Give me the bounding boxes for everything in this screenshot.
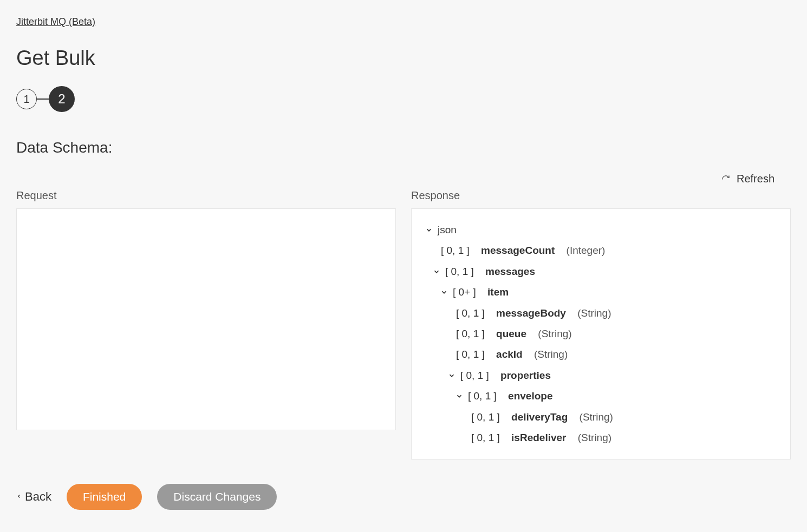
- field-type: (String): [578, 430, 611, 446]
- back-label: Back: [25, 490, 51, 504]
- page-title: Get Bulk: [16, 47, 791, 70]
- cardinality: [ 0, 1 ]: [471, 430, 500, 446]
- step-connector: [37, 98, 49, 100]
- discard-button[interactable]: Discard Changes: [157, 484, 277, 510]
- chevron-down-icon[interactable]: [425, 226, 433, 234]
- back-button[interactable]: Back: [16, 490, 51, 504]
- refresh-button[interactable]: Refresh: [737, 173, 775, 185]
- response-label: Response: [411, 189, 791, 202]
- field-ackId[interactable]: ackId: [496, 346, 523, 363]
- field-deliveryTag[interactable]: deliveryTag: [511, 409, 568, 425]
- cardinality: [ 0, 1 ]: [445, 264, 474, 280]
- field-properties[interactable]: properties: [500, 367, 551, 384]
- chevron-left-icon: [16, 490, 22, 504]
- refresh-icon[interactable]: [721, 173, 730, 185]
- field-messages[interactable]: messages: [485, 264, 535, 280]
- field-type: (String): [580, 409, 613, 425]
- field-item[interactable]: item: [487, 284, 509, 300]
- field-envelope[interactable]: envelope: [508, 388, 552, 404]
- cardinality: [ 0, 1 ]: [471, 409, 500, 425]
- breadcrumb[interactable]: Jitterbit MQ (Beta): [16, 16, 95, 27]
- field-isRedeliver[interactable]: isRedeliver: [511, 430, 566, 446]
- field-type: (String): [577, 305, 611, 321]
- field-type: (String): [538, 326, 571, 342]
- cardinality: [ 0, 1 ]: [460, 367, 489, 384]
- field-type: (Integer): [567, 242, 606, 259]
- stepper: 1 2: [16, 86, 791, 112]
- cardinality: [ 0, 1 ]: [441, 242, 470, 259]
- field-queue[interactable]: queue: [496, 326, 526, 342]
- cardinality: [ 0, 1 ]: [456, 305, 485, 321]
- cardinality: [ 0+ ]: [453, 284, 476, 300]
- request-label: Request: [16, 189, 396, 202]
- field-type: (String): [534, 346, 568, 363]
- chevron-down-icon[interactable]: [440, 288, 448, 296]
- chevron-down-icon[interactable]: [432, 268, 441, 275]
- tree-root[interactable]: json: [438, 222, 457, 238]
- cardinality: [ 0, 1 ]: [456, 326, 485, 342]
- cardinality: [ 0, 1 ]: [468, 388, 497, 404]
- step-2[interactable]: 2: [49, 86, 75, 112]
- chevron-down-icon[interactable]: [447, 372, 456, 379]
- data-schema-heading: Data Schema:: [16, 139, 791, 156]
- field-messageBody[interactable]: messageBody: [496, 305, 566, 321]
- finished-button[interactable]: Finished: [67, 484, 142, 510]
- request-panel: [16, 208, 396, 430]
- step-1[interactable]: 1: [16, 89, 37, 109]
- cardinality: [ 0, 1 ]: [456, 346, 485, 363]
- chevron-down-icon[interactable]: [455, 392, 464, 400]
- response-panel: json [ 0, 1 ] messageCount (Integer) [ 0…: [411, 208, 791, 459]
- field-messageCount[interactable]: messageCount: [481, 242, 555, 259]
